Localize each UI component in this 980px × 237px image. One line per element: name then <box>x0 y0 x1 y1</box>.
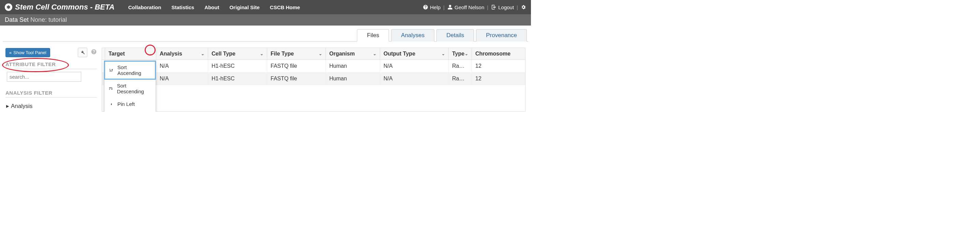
chevron-down-icon[interactable]: ⌄ <box>465 51 468 56</box>
table-row[interactable]: N/A H1-hESC FASTQ file Human N/A Raw D… … <box>102 60 525 73</box>
chevron-down-icon[interactable]: ⌄ <box>149 51 153 56</box>
tab-files[interactable]: Files <box>357 29 389 41</box>
flame-icon: ✱ <box>5 3 12 11</box>
column-header-organism[interactable]: Organism⌄ <box>326 48 380 60</box>
subheader-value: None: tutorial <box>30 16 67 23</box>
cell-output: N/A <box>380 60 449 72</box>
chevron-left-icon <box>108 102 114 106</box>
show-tool-panel-button[interactable]: « Show Tool Panel <box>5 48 50 57</box>
cell-filetype: FASTQ file <box>267 60 326 72</box>
cell-chrom: 12 <box>472 60 525 72</box>
column-spacer <box>102 48 105 60</box>
chevron-down-icon[interactable]: ⌄ <box>373 51 376 56</box>
column-header-analysis[interactable]: Analysis⌄ <box>156 48 208 60</box>
search-input[interactable] <box>7 72 81 82</box>
column-header-celltype[interactable]: Cell Type⌄ <box>208 48 267 60</box>
chevron-down-icon[interactable]: ⌄ <box>442 51 445 56</box>
cell-organism: Human <box>326 60 380 72</box>
subheader: Data Set None: tutorial <box>0 14 531 25</box>
logout-icon <box>491 5 496 10</box>
column-header-type[interactable]: Type⌄ <box>449 48 472 60</box>
analysis-filter-heading: ANALYSIS FILTER <box>5 90 97 98</box>
data-grid: Target⌄ Analysis⌄ Cell Type⌄ File Type⌄ … <box>102 48 525 112</box>
separator: | <box>517 5 518 10</box>
help-circle-icon[interactable] <box>91 49 97 57</box>
nav-collaboration[interactable]: Collaboration <box>128 5 161 10</box>
cell-analysis: N/A <box>156 60 208 72</box>
subheader-label: Data Set <box>5 16 29 23</box>
topbar: ✱ Stem Cell Commons - BETA Collaboration… <box>0 0 531 14</box>
chevron-down-icon[interactable]: ⌄ <box>260 51 263 56</box>
tab-details[interactable]: Details <box>436 29 474 41</box>
separator: | <box>487 5 488 10</box>
analysis-filter-item[interactable]: ▸ Analysis <box>5 100 97 112</box>
nav-about[interactable]: About <box>204 5 219 10</box>
user-icon <box>447 5 453 10</box>
logout-link[interactable]: Logout <box>491 5 514 10</box>
separator: | <box>443 5 445 10</box>
cell-organism: Human <box>326 73 380 85</box>
grid-header-row: Target⌄ Analysis⌄ Cell Type⌄ File Type⌄ … <box>102 48 525 60</box>
cell-celltype: H1-hESC <box>208 73 267 85</box>
cell-type: Raw D… <box>449 60 472 72</box>
cell-chrom: 12 <box>472 73 525 85</box>
nav-statistics[interactable]: Statistics <box>171 5 194 10</box>
attribute-filter-heading: ATTRIBUTE FILTER <box>5 61 97 69</box>
cell-analysis: N/A <box>156 73 208 85</box>
gear-icon <box>521 5 526 10</box>
chevron-down-icon[interactable]: ⌄ <box>319 51 322 56</box>
sort-desc-icon <box>108 86 114 91</box>
chevron-down-icon[interactable]: ⌄ <box>201 51 204 56</box>
cell-type: Raw D… <box>449 73 472 85</box>
nav-original-site[interactable]: Original Site <box>229 5 259 10</box>
sidebar: « Show Tool Panel ATTRIBUTE FILTER ANALY… <box>5 48 97 112</box>
nav-cscb-home[interactable]: CSCB Home <box>270 5 300 10</box>
chevron-left-double-icon: « <box>9 50 11 55</box>
column-header-target[interactable]: Target⌄ <box>105 48 156 60</box>
caret-right-icon: ▸ <box>6 103 9 110</box>
cell-filetype: FASTQ file <box>267 73 326 85</box>
menu-pin-right[interactable]: Pin Right <box>104 110 156 112</box>
sort-asc-icon <box>108 68 114 73</box>
table-row[interactable]: N/A H1-hESC FASTQ file Human N/A Raw D… … <box>102 73 525 85</box>
settings-link[interactable] <box>521 5 526 10</box>
brand-title: Stem Cell Commons - BETA <box>15 3 115 11</box>
tab-provenance[interactable]: Provenance <box>476 29 527 41</box>
column-header-filetype[interactable]: File Type⌄ <box>267 48 326 60</box>
menu-sort-ascending[interactable]: Sort Ascending <box>104 61 156 79</box>
menu-pin-left[interactable]: Pin Left <box>104 98 156 110</box>
wrench-button[interactable] <box>78 48 88 57</box>
cell-output: N/A <box>380 73 449 85</box>
wrench-icon <box>80 50 85 55</box>
cell-celltype: H1-hESC <box>208 60 267 72</box>
main-nav: Collaboration Statistics About Original … <box>128 5 300 10</box>
menu-sort-descending[interactable]: Sort Descending <box>104 79 156 98</box>
help-icon <box>423 5 428 10</box>
brand[interactable]: ✱ Stem Cell Commons - BETA <box>5 3 115 11</box>
user-link[interactable]: Geoff Nelson <box>447 5 484 10</box>
column-menu: Sort Ascending Sort Descending Pin Left … <box>104 61 156 112</box>
help-link[interactable]: Help <box>423 5 441 10</box>
column-header-output[interactable]: Output Type⌄ <box>380 48 449 60</box>
tab-analyses[interactable]: Analyses <box>391 29 434 41</box>
top-right: Help | Geoff Nelson | Logout | <box>423 5 526 10</box>
column-header-chromosome[interactable]: Chromosome <box>472 48 525 60</box>
tabstrip: Files Analyses Details Provenance <box>3 25 528 41</box>
